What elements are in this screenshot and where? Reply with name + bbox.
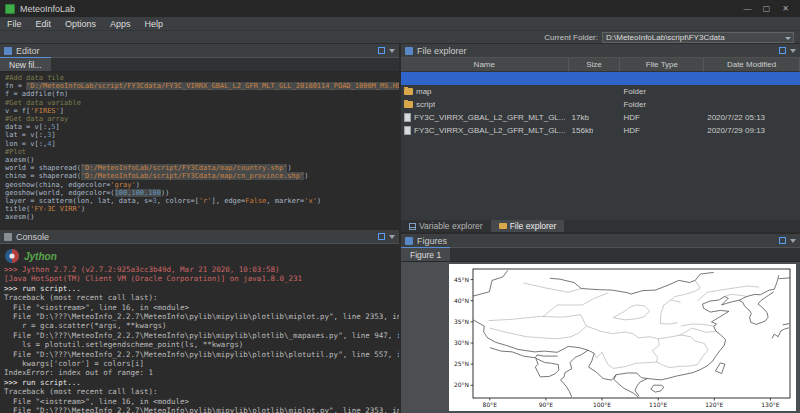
file-name-cell: map bbox=[401, 87, 569, 96]
code-line: layer = scatterm(lon, lat, data, s=3, co… bbox=[5, 197, 399, 205]
svg-text:100°E: 100°E bbox=[593, 401, 611, 408]
code-line: #Get data array bbox=[5, 115, 399, 123]
chevron-down-icon[interactable] bbox=[389, 49, 395, 53]
console-line: Traceback (most recent call last): bbox=[4, 293, 395, 302]
figures-panel-title: Figures bbox=[417, 236, 447, 246]
tab-variable-explorer[interactable]: Variable explorer bbox=[401, 220, 491, 232]
chevron-down-icon[interactable] bbox=[790, 239, 796, 243]
folder-icon bbox=[499, 223, 507, 229]
console-line: r = gca.scatter(*args, **kwargs) bbox=[4, 321, 395, 330]
console-line: >>> Jython 2.7.2 (v2.7.2:925a3cc3b49d, M… bbox=[4, 265, 395, 274]
menu-file[interactable]: File bbox=[0, 17, 29, 30]
console-panel-header: Console bbox=[0, 230, 399, 244]
console-line: ls = plotutil.setlegendscheme_point(ls, … bbox=[4, 340, 395, 349]
console-icon bbox=[4, 233, 12, 241]
folder-icon bbox=[404, 101, 413, 108]
code-editor[interactable]: #Add data filefn = 'D:/MeteoInfoLab/scri… bbox=[0, 72, 399, 228]
jython-logo bbox=[4, 248, 20, 264]
figures-panel: Figures Figure 1 80°E90°E100°E110°E120°E… bbox=[401, 234, 800, 413]
editor-panel-header: Editor bbox=[0, 44, 399, 58]
file-size-cell: 17kb bbox=[569, 113, 621, 122]
chevron-down-icon[interactable] bbox=[790, 49, 796, 53]
editor-tab-new-file[interactable]: New fil... bbox=[0, 57, 51, 71]
code-line: f = addfile(fn) bbox=[5, 90, 399, 98]
menu-options[interactable]: Options bbox=[58, 17, 103, 30]
code-line: china = shaperead('D:/MeteoInfoLab/scrip… bbox=[5, 172, 399, 180]
undock-icon[interactable] bbox=[378, 233, 385, 240]
svg-text:80°E: 80°E bbox=[483, 401, 498, 408]
left-column: Editor New fil... #Add data filefn = 'D:… bbox=[0, 44, 401, 413]
column-header-name[interactable]: Name bbox=[401, 58, 569, 71]
window-controls: — ▢ ✕ bbox=[738, 2, 795, 16]
console-line: File "<iostream>", line 16, in <module> bbox=[4, 397, 395, 406]
file-icon bbox=[404, 113, 411, 122]
file-date-cell: 2020/7/29 09:13 bbox=[704, 126, 800, 135]
current-folder-label: Current Folder: bbox=[544, 33, 598, 42]
svg-text:30°N: 30°N bbox=[454, 339, 469, 346]
figure-canvas: 80°E90°E100°E110°E120°E130°E45°N40°N35°N… bbox=[449, 264, 796, 411]
undock-icon[interactable] bbox=[779, 47, 786, 54]
minimize-button[interactable]: — bbox=[738, 2, 757, 16]
code-line: world = shaperead('D:/MeteoInfoLab/scrip… bbox=[5, 164, 399, 172]
file-name-cell: FY3C_VIRRX_GBAL_L2_GFR_MLT_GL... bbox=[401, 113, 569, 122]
column-header-date-modified[interactable]: Date Modified bbox=[704, 58, 800, 71]
editor-icon bbox=[4, 47, 12, 55]
window-title: MeteoInfoLab bbox=[20, 4, 75, 14]
file-explorer-icon bbox=[405, 47, 413, 55]
console-line: File "D:\???\MeteoInfo_2.2.7\MeteoInfo\p… bbox=[4, 331, 395, 340]
console-line: File "D:\???\MeteoInfo_2.2.7\MeteoInfo\p… bbox=[4, 350, 395, 359]
figures-panel-header: Figures bbox=[401, 234, 800, 248]
code-line: #Plot bbox=[5, 148, 399, 156]
file-table-row[interactable]: FY3C_VIRRX_GBAL_L2_GFR_MLT_GL...156kbHDF… bbox=[401, 124, 800, 137]
file-date-cell: 2020/7/22 05:13 bbox=[704, 113, 800, 122]
file-explorer-header: File explorer bbox=[401, 44, 800, 58]
main-area: Editor New fil... #Add data filefn = 'D:… bbox=[0, 44, 800, 413]
console-line: >>> run script... bbox=[4, 378, 395, 387]
console-panel-title: Console bbox=[16, 232, 49, 242]
console-line: kwargs['color'] = colors[i] bbox=[4, 359, 395, 368]
menu-help[interactable]: Help bbox=[138, 17, 171, 30]
svg-text:45°N: 45°N bbox=[454, 276, 469, 283]
chevron-down-icon[interactable] bbox=[785, 37, 791, 40]
code-line: title('FY-3C VIRR') bbox=[5, 205, 399, 213]
figures-icon bbox=[405, 237, 413, 245]
console-line: [Java HotSpot(TM) Client VM (Oracle Corp… bbox=[4, 274, 395, 283]
console-panel: Console Jython >>> bbox=[0, 230, 399, 413]
svg-text:120°E: 120°E bbox=[705, 401, 723, 408]
file-table-row[interactable] bbox=[401, 72, 800, 85]
code-line: #Get data variable bbox=[5, 99, 399, 107]
code-line: geoshow(china, edgecolor='gray') bbox=[5, 181, 399, 189]
file-table-body: mapFolderscriptFolderFY3C_VIRRX_GBAL_L2_… bbox=[401, 72, 800, 220]
maximize-button[interactable]: ▢ bbox=[757, 2, 776, 16]
china-map-figure: 80°E90°E100°E110°E120°E130°E45°N40°N35°N… bbox=[449, 264, 796, 411]
file-explorer-panel: File explorer Name Size File Type Date M… bbox=[401, 44, 800, 220]
file-table-row[interactable]: mapFolder bbox=[401, 85, 800, 98]
undock-icon[interactable] bbox=[779, 237, 786, 244]
file-size-cell: 156kb bbox=[569, 126, 621, 135]
console-line: File "<iostream>", line 16, in <module> bbox=[4, 303, 395, 312]
console-output[interactable]: Jython >>> Jython 2.7.2 (v2.7.2:925a3cc3… bbox=[0, 244, 399, 413]
menu-apps[interactable]: Apps bbox=[103, 17, 138, 30]
menu-edit[interactable]: Edit bbox=[29, 17, 59, 30]
svg-text:35°N: 35°N bbox=[454, 318, 469, 325]
code-line: lon = v[:,4] bbox=[5, 140, 399, 148]
file-table-header: Name Size File Type Date Modified bbox=[401, 58, 800, 72]
file-table-row[interactable]: scriptFolder bbox=[401, 98, 800, 111]
file-explorer-title: File explorer bbox=[417, 46, 467, 56]
file-type-cell: Folder bbox=[620, 100, 704, 109]
chevron-down-icon[interactable] bbox=[389, 235, 395, 239]
close-button[interactable]: ✕ bbox=[776, 2, 795, 16]
column-header-file-type[interactable]: File Type bbox=[620, 58, 704, 71]
column-header-size[interactable]: Size bbox=[569, 58, 621, 71]
tab-file-explorer[interactable]: File explorer bbox=[491, 220, 565, 232]
code-line: axesm() bbox=[5, 213, 399, 221]
console-line: IndexError: index out of range: 1 bbox=[4, 368, 395, 377]
toolbar: Current Folder: D:\MeteoInfoLab\script\F… bbox=[0, 31, 800, 44]
file-table-row[interactable]: FY3C_VIRRX_GBAL_L2_GFR_MLT_GL...17kbHDF2… bbox=[401, 111, 800, 124]
svg-text:40°N: 40°N bbox=[454, 297, 469, 304]
svg-text:20°N: 20°N bbox=[454, 381, 469, 388]
current-folder-input[interactable]: D:\MeteoInfoLab\script\FY3Cdata bbox=[602, 32, 794, 43]
undock-icon[interactable] bbox=[378, 47, 385, 54]
console-lines: >>> Jython 2.7.2 (v2.7.2:925a3cc3b49d, M… bbox=[4, 265, 395, 413]
figure-1-tab[interactable]: Figure 1 bbox=[401, 247, 450, 261]
